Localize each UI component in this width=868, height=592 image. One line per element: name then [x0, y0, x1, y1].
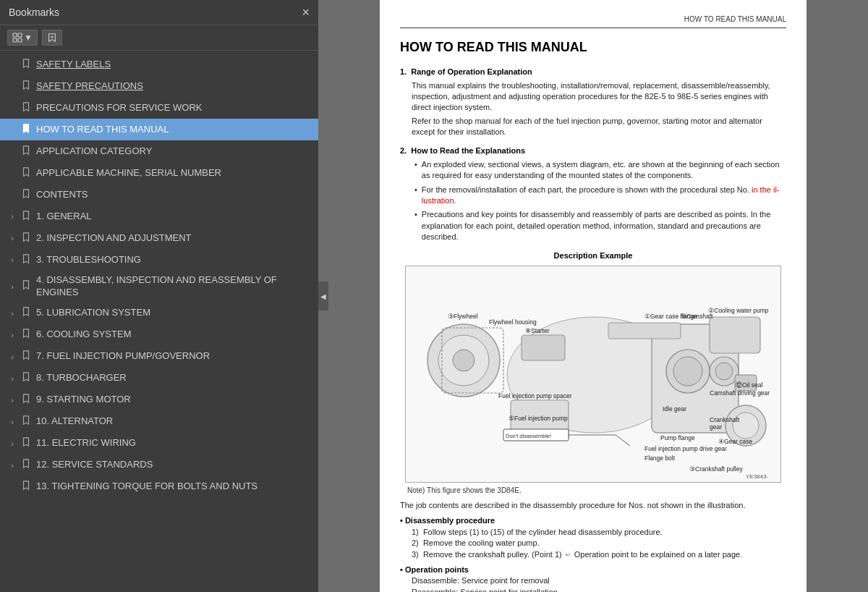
operation-title-bullet: •	[400, 565, 405, 574]
bookmark-icon-turbocharger	[22, 372, 32, 384]
expand-arrow-alternator[interactable]: ›	[7, 418, 17, 426]
bookmark-item-safety-precautions[interactable]: ›SAFETY PRECAUTIONS	[0, 75, 318, 97]
description-example-title: Description Example	[400, 250, 786, 261]
svg-text:gear: gear	[710, 423, 722, 431]
bookmark-label-precautions-service: PRECAUTIONS FOR SERVICE WORK	[36, 102, 312, 114]
expand-arrow-fuel-injection[interactable]: ›	[7, 352, 17, 361]
disassembly-title: •	[400, 516, 405, 525]
svg-rect-18	[710, 317, 760, 353]
expand-arrow-cooling[interactable]: ›	[7, 331, 17, 339]
bookmark-icon-application-category	[22, 145, 32, 158]
section-1: 1. Range of Operation Explanation This m…	[400, 67, 786, 138]
bookmark-icon-electric-wiring	[22, 437, 32, 449]
bookmark-item-inspection[interactable]: ›2. INSPECTION AND ADJUSTMENT	[0, 227, 318, 249]
bookmark-item-contents[interactable]: ›CONTENTS	[0, 184, 318, 206]
bookmarks-title: Bookmarks	[9, 7, 59, 18]
expand-arrow-disassembly[interactable]: ›	[7, 282, 17, 291]
svg-text:Crankshaft: Crankshaft	[710, 416, 740, 423]
bookmark-label-electric-wiring: 11. ELECTRIC WIRING	[36, 437, 312, 449]
bookmark-item-troubleshooting[interactable]: ›3. TROUBLESHOOTING	[0, 249, 318, 271]
svg-rect-20	[522, 335, 565, 360]
bookmark-icon-how-to-read	[22, 124, 32, 136]
document-panel: ◀ HOW TO READ THIS MANUAL HOW TO READ TH…	[318, 0, 868, 592]
expand-arrow-general[interactable]: ›	[7, 212, 17, 221]
svg-text:Flange bolt: Flange bolt	[644, 454, 676, 462]
expand-arrow-inspection[interactable]: ›	[7, 234, 17, 242]
bookmark-item-application-category[interactable]: ›APPLICATION CATEGORY	[0, 140, 318, 162]
bookmark-icon-safety-labels	[22, 59, 32, 71]
bookmark-label-application-category: APPLICATION CATEGORY	[36, 145, 312, 158]
bookmark-label-cooling: 6. COOLING SYSTEM	[36, 329, 312, 341]
svg-text:Don't disassemble!: Don't disassemble!	[506, 433, 551, 439]
bookmark-item-cooling[interactable]: ›6. COOLING SYSTEM	[0, 324, 318, 346]
bookmarks-panel: Bookmarks × ▼ ›SAFETY LABELS›SAFETY PREC…	[0, 0, 318, 592]
bookmark-item-disassembly[interactable]: ›4. DISASSEMBLY, INSPECTION AND REASSEMB…	[0, 271, 318, 303]
svg-text:④Gear case: ④Gear case	[718, 438, 752, 445]
bookmark-label-troubleshooting: 3. TROUBLESHOOTING	[36, 254, 312, 266]
bookmark-item-general[interactable]: ›1. GENERAL	[0, 206, 318, 227]
page-header: HOW TO READ THIS MANUAL	[400, 14, 786, 28]
svg-text:Fuel injection pump spacer: Fuel injection pump spacer	[498, 392, 572, 399]
svg-text:⑫Oil seal: ⑫Oil seal	[736, 381, 762, 389]
bullet-2: For the removal/installation of each par…	[414, 185, 786, 207]
bookmark-icon-cooling	[22, 329, 32, 341]
bookmark-label-applicable-machine: APPLICABLE MACHINE, SERIAL NUMBER	[36, 167, 312, 179]
bookmark-label-lubrication: 5. LUBRICATION SYSTEM	[36, 307, 312, 319]
bookmark-item-precautions-service[interactable]: ›PRECAUTIONS FOR SERVICE WORK	[0, 97, 318, 119]
expand-icon	[12, 33, 22, 43]
bookmark-label-general: 1. GENERAL	[36, 211, 312, 223]
expand-all-button[interactable]: ▼	[7, 30, 38, 46]
bookmark-icon-fuel-injection	[22, 350, 32, 363]
bookmark-item-safety-labels[interactable]: ›SAFETY LABELS	[0, 54, 318, 75]
bookmark-icon-alternator	[22, 415, 32, 428]
expand-arrow-lubrication[interactable]: ›	[7, 309, 17, 318]
svg-text:⑤Fuel injection pump: ⑤Fuel injection pump	[509, 415, 568, 422]
bookmark-label-tightening-torque: 13. TIGHTENING TORQUE FOR BOLTS AND NUTS	[36, 481, 312, 493]
bookmark-icon-disassembly	[22, 280, 32, 292]
section-2: 2. How to Read the Explanations An explo…	[400, 145, 786, 243]
svg-point-9	[453, 350, 475, 371]
bookmark-label-disassembly: 4. DISASSEMBLY, INSPECTION AND REASSEMBL…	[36, 274, 312, 299]
bookmark-icon-tightening-torque	[22, 481, 32, 493]
bookmark-item-lubrication[interactable]: ›5. LUBRICATION SYSTEM	[0, 303, 318, 324]
expand-arrow-electric-wiring[interactable]: ›	[7, 439, 17, 448]
bookmark-item-how-to-read[interactable]: ›HOW TO READ THIS MANUAL	[0, 119, 318, 140]
bookmark-icon-general	[22, 211, 32, 223]
expand-arrow-service-standards[interactable]: ›	[7, 461, 17, 470]
close-button[interactable]: ×	[302, 6, 310, 19]
op-item-1: Disassemble: Service point for removal	[412, 575, 786, 586]
operation-section: • Operation points Disassemble: Service …	[400, 564, 786, 592]
bookmark-item-electric-wiring[interactable]: ›11. ELECTRIC WIRING	[0, 433, 318, 454]
bookmark-add-icon	[47, 33, 57, 43]
bookmark-label-fuel-injection: 7. FUEL INJECTION PUMP/GOVERNOR	[36, 350, 312, 363]
expand-arrow-starting-motor[interactable]: ›	[7, 396, 17, 405]
bookmark-item-fuel-injection[interactable]: ›7. FUEL INJECTION PUMP/GOVERNOR	[0, 346, 318, 368]
bookmark-icon-service-standards	[22, 459, 32, 471]
bookmark-item-service-standards[interactable]: ›12. SERVICE STANDARDS	[0, 454, 318, 476]
bookmarks-toolbar: ▼	[0, 25, 318, 51]
svg-text:③Flywheel: ③Flywheel	[448, 313, 478, 320]
job-contents-text: The job contents are described in the di…	[400, 500, 786, 511]
engine-diagram: Don't disassemble! ③Flywheel Flywheel ho…	[405, 266, 781, 483]
bookmark-label-starting-motor: 9. STARTING MOTOR	[36, 394, 312, 406]
collapse-panel-button[interactable]: ◀	[318, 282, 328, 310]
section-1-heading: 1. Range of Operation Explanation	[400, 67, 786, 77]
bookmark-item-starting-motor[interactable]: ›9. STARTING MOTOR	[0, 389, 318, 411]
expand-arrow-turbocharger[interactable]: ›	[7, 374, 17, 383]
bookmark-item-turbocharger[interactable]: ›8. TURBOCHARGER	[0, 368, 318, 389]
expand-arrow-troubleshooting[interactable]: ›	[7, 255, 17, 264]
bookmark-item-tightening-torque[interactable]: ›13. TIGHTENING TORQUE FOR BOLTS AND NUT…	[0, 476, 318, 498]
bullet-3: Precautions and key points for disassemb…	[414, 209, 786, 242]
add-bookmark-button[interactable]	[42, 30, 62, 46]
document-page: HOW TO READ THIS MANUAL HOW TO READ THIS…	[380, 0, 807, 592]
bookmark-item-alternator[interactable]: ›10. ALTERNATOR	[0, 411, 318, 433]
bookmark-icon-starting-motor	[22, 394, 32, 406]
section-2-num: 2.	[400, 146, 407, 155]
svg-rect-2	[13, 38, 17, 42]
bookmarks-header: Bookmarks ×	[0, 0, 318, 25]
svg-text:⑧Starter: ⑧Starter	[525, 327, 550, 334]
svg-text:Pump flange: Pump flange	[660, 434, 695, 441]
bookmark-item-applicable-machine[interactable]: ›APPLICABLE MACHINE, SERIAL NUMBER	[0, 162, 318, 184]
bookmark-icon-troubleshooting	[22, 254, 32, 266]
bookmark-icon-safety-precautions	[22, 80, 32, 93]
